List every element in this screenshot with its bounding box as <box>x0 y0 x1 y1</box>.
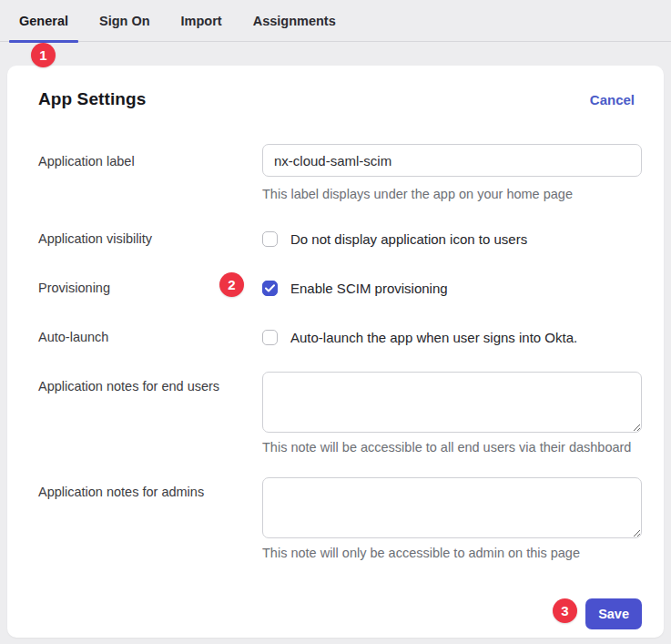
application-label-label: Application label <box>38 144 262 169</box>
tab-import-label: Import <box>181 14 222 28</box>
provisioning-checkbox-label: Enable SCIM provisioning <box>290 281 448 296</box>
auto-launch-checkbox-label: Auto-launch the app when user signs into… <box>290 330 577 345</box>
auto-launch-row: Auto-launch Auto-launch the app when use… <box>38 329 642 345</box>
tab-import[interactable]: Import <box>171 0 232 41</box>
application-label-row: Application label This label displays un… <box>38 144 642 201</box>
auto-launch-checkbox[interactable] <box>262 330 278 345</box>
app-settings-form: Application label This label displays un… <box>31 144 642 629</box>
notes-admins-helper: This note will only be accessible to adm… <box>262 546 642 560</box>
tab-assignments-label: Assignments <box>253 14 336 28</box>
checkmark-icon <box>265 284 275 292</box>
card-header: App Settings Cancel <box>38 89 635 109</box>
auto-launch-label: Auto-launch <box>38 329 262 345</box>
tab-sign-on[interactable]: Sign On <box>89 0 160 41</box>
notes-end-users-textarea[interactable] <box>262 372 642 433</box>
step-badge-2: 2 <box>219 272 244 297</box>
page-title: App Settings <box>38 89 146 109</box>
notes-admins-label: Application notes for admins <box>38 477 262 500</box>
application-visibility-checkbox[interactable] <box>262 231 278 247</box>
step-badge-3: 3 <box>553 598 577 623</box>
tab-bar: General Sign On Import Assignments <box>0 0 671 42</box>
tab-general[interactable]: General <box>9 0 78 41</box>
save-row: Save <box>38 598 642 629</box>
notes-end-users-helper: This note will be accessible to all end … <box>262 440 642 455</box>
notes-admins-textarea[interactable] <box>262 477 642 538</box>
step-badge-1: 1 <box>31 43 56 67</box>
cancel-button[interactable]: Cancel <box>590 92 635 107</box>
notes-admins-row: Application notes for admins This note w… <box>38 477 642 560</box>
application-label-helper: This label displays under the app on you… <box>262 187 642 201</box>
app-settings-card: App Settings Cancel Application label Th… <box>7 66 664 638</box>
app-settings-screen: General Sign On Import Assignments 1 2 3… <box>0 0 671 644</box>
notes-end-users-label: Application notes for end users <box>38 372 262 394</box>
provisioning-row: Provisioning Enable SCIM provisioning <box>38 280 642 296</box>
application-visibility-label: Application visibility <box>38 230 262 247</box>
enable-scim-provisioning-checkbox[interactable] <box>262 281 278 296</box>
tab-general-label: General <box>19 14 68 28</box>
notes-end-users-row: Application notes for end users This not… <box>38 372 642 455</box>
tab-sign-on-label: Sign On <box>99 14 150 28</box>
tab-assignments[interactable]: Assignments <box>243 0 346 41</box>
save-button[interactable]: Save <box>585 598 642 629</box>
application-label-input[interactable] <box>262 144 642 177</box>
application-visibility-row: Application visibility Do not display ap… <box>38 230 642 247</box>
application-visibility-checkbox-label: Do not display application icon to users <box>290 231 527 247</box>
